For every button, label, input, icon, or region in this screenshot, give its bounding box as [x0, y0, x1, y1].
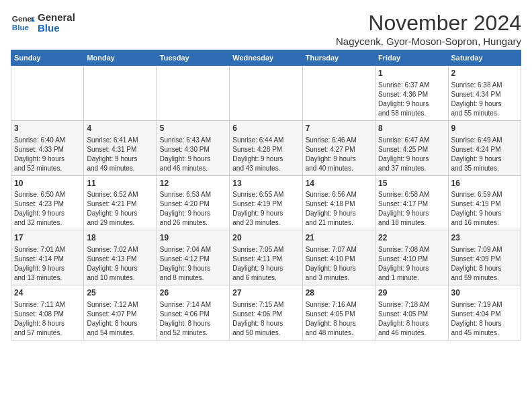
day-info: Daylight: 9 hours [451, 209, 518, 218]
calendar-cell: 17Sunrise: 7:01 AMSunset: 4:14 PMDayligh… [11, 230, 84, 285]
day-info: Sunset: 4:04 PM [451, 310, 518, 319]
calendar-table: SundayMondayTuesdayWednesdayThursdayFrid… [11, 50, 521, 340]
calendar-cell [302, 66, 375, 121]
day-info: Daylight: 9 hours [378, 99, 445, 109]
day-info: and 45 minutes. [451, 328, 518, 338]
header-day-wednesday: Wednesday [230, 50, 302, 66]
day-info: Daylight: 8 hours [160, 319, 226, 328]
day-number: 25 [87, 287, 153, 299]
day-number: 16 [451, 178, 518, 189]
day-info: Sunset: 4:11 PM [232, 255, 299, 264]
day-info: and 49 minutes. [87, 164, 153, 173]
day-info: Sunset: 4:17 PM [378, 199, 445, 209]
day-info: and 32 minutes. [14, 218, 81, 228]
day-info: Sunrise: 7:16 AM [306, 300, 372, 310]
day-info: Sunset: 4:14 PM [14, 255, 81, 264]
day-info: Sunrise: 6:44 AM [232, 136, 299, 145]
day-info: Daylight: 9 hours [306, 264, 372, 273]
day-number: 17 [14, 232, 81, 244]
day-info: and 46 minutes. [378, 328, 445, 338]
day-info: Sunrise: 7:15 AM [232, 300, 299, 310]
calendar-cell: 15Sunrise: 6:58 AMSunset: 4:17 PMDayligh… [375, 175, 448, 230]
day-info: Sunrise: 6:53 AM [160, 190, 226, 199]
day-info: Sunrise: 7:11 AM [14, 300, 81, 310]
day-number: 19 [160, 232, 226, 244]
calendar-cell: 10Sunrise: 6:50 AMSunset: 4:23 PMDayligh… [11, 175, 84, 230]
title-area: November 2024 Nagycenk, Gyor-Moson-Sopro… [336, 11, 521, 47]
day-info: Sunrise: 7:18 AM [378, 300, 445, 310]
header-day-tuesday: Tuesday [157, 50, 229, 66]
calendar-cell [11, 66, 84, 121]
day-info: Sunrise: 6:49 AM [451, 136, 518, 145]
header-row: SundayMondayTuesdayWednesdayThursdayFrid… [11, 50, 521, 66]
calendar-cell: 27Sunrise: 7:15 AMSunset: 4:06 PMDayligh… [230, 285, 302, 340]
day-info: and 16 minutes. [451, 218, 518, 228]
day-info: Daylight: 9 hours [87, 264, 153, 273]
calendar-cell: 7Sunrise: 6:46 AMSunset: 4:27 PMDaylight… [302, 120, 375, 175]
day-info: Daylight: 9 hours [87, 154, 153, 164]
day-info: Daylight: 9 hours [160, 264, 226, 273]
day-info: Sunset: 4:20 PM [160, 199, 226, 209]
day-info: and 59 minutes. [451, 273, 518, 283]
day-number: 26 [160, 287, 226, 299]
calendar-cell: 19Sunrise: 7:04 AMSunset: 4:12 PMDayligh… [157, 230, 229, 285]
day-info: Daylight: 9 hours [160, 209, 226, 218]
week-row-2: 10Sunrise: 6:50 AMSunset: 4:23 PMDayligh… [11, 175, 521, 230]
day-number: 18 [87, 232, 153, 244]
day-info: Sunrise: 7:09 AM [451, 245, 518, 255]
day-number: 6 [232, 123, 299, 134]
calendar-cell: 14Sunrise: 6:56 AMSunset: 4:18 PMDayligh… [302, 175, 375, 230]
day-number: 5 [160, 123, 226, 134]
day-info: Sunset: 4:28 PM [232, 145, 299, 154]
day-info: Sunset: 4:07 PM [87, 310, 153, 319]
day-info: and 35 minutes. [451, 164, 518, 173]
day-info: and 37 minutes. [378, 164, 445, 173]
day-info: Sunrise: 7:04 AM [160, 245, 226, 255]
week-row-4: 24Sunrise: 7:11 AMSunset: 4:08 PMDayligh… [11, 285, 521, 340]
day-info: Daylight: 9 hours [160, 154, 226, 164]
day-info: Daylight: 9 hours [306, 209, 372, 218]
calendar-cell: 29Sunrise: 7:18 AMSunset: 4:05 PMDayligh… [375, 285, 448, 340]
day-info: Sunset: 4:06 PM [232, 310, 299, 319]
day-info: Sunset: 4:06 PM [160, 310, 226, 319]
day-info: Sunrise: 7:07 AM [306, 245, 372, 255]
day-info: Sunset: 4:30 PM [160, 145, 226, 154]
day-info: and 6 minutes. [232, 273, 299, 283]
day-info: Sunrise: 6:58 AM [378, 190, 445, 199]
day-info: Sunrise: 6:50 AM [14, 190, 81, 199]
day-info: Sunset: 4:36 PM [378, 90, 445, 99]
day-info: Daylight: 8 hours [306, 319, 372, 328]
day-info: and 46 minutes. [160, 164, 226, 173]
day-number: 27 [232, 287, 299, 299]
calendar-cell: 13Sunrise: 6:55 AMSunset: 4:19 PMDayligh… [230, 175, 302, 230]
day-info: Sunset: 4:13 PM [87, 255, 153, 264]
day-info: Daylight: 8 hours [451, 264, 518, 273]
day-number: 22 [378, 232, 445, 244]
day-info: Sunrise: 6:59 AM [451, 190, 518, 199]
day-info: and 40 minutes. [306, 164, 372, 173]
day-info: Sunset: 4:27 PM [306, 145, 372, 154]
day-info: Sunset: 4:08 PM [14, 310, 81, 319]
day-info: Sunrise: 7:19 AM [451, 300, 518, 310]
day-info: Sunset: 4:33 PM [14, 145, 81, 154]
day-info: Sunset: 4:23 PM [14, 199, 81, 209]
day-info: and 52 minutes. [14, 164, 81, 173]
day-info: Daylight: 9 hours [14, 264, 81, 273]
day-info: Sunrise: 7:08 AM [378, 245, 445, 255]
day-info: Sunrise: 6:56 AM [306, 190, 372, 199]
svg-text:Blue: Blue [12, 23, 30, 32]
day-info: Sunset: 4:19 PM [232, 199, 299, 209]
calendar-header: SundayMondayTuesdayWednesdayThursdayFrid… [11, 50, 521, 66]
logo: General Blue General Blue [11, 11, 75, 35]
day-info: Daylight: 8 hours [232, 319, 299, 328]
day-info: Sunrise: 6:37 AM [378, 81, 445, 90]
day-info: Sunset: 4:15 PM [451, 199, 518, 209]
day-info: Sunrise: 7:01 AM [14, 245, 81, 255]
calendar-cell: 8Sunrise: 6:47 AMSunset: 4:25 PMDaylight… [375, 120, 448, 175]
day-info: and 55 minutes. [451, 109, 518, 118]
day-number: 10 [14, 178, 81, 189]
day-info: Sunrise: 6:46 AM [306, 136, 372, 145]
day-number: 11 [87, 178, 153, 189]
day-info: and 23 minutes. [232, 218, 299, 228]
day-info: and 13 minutes. [14, 273, 81, 283]
